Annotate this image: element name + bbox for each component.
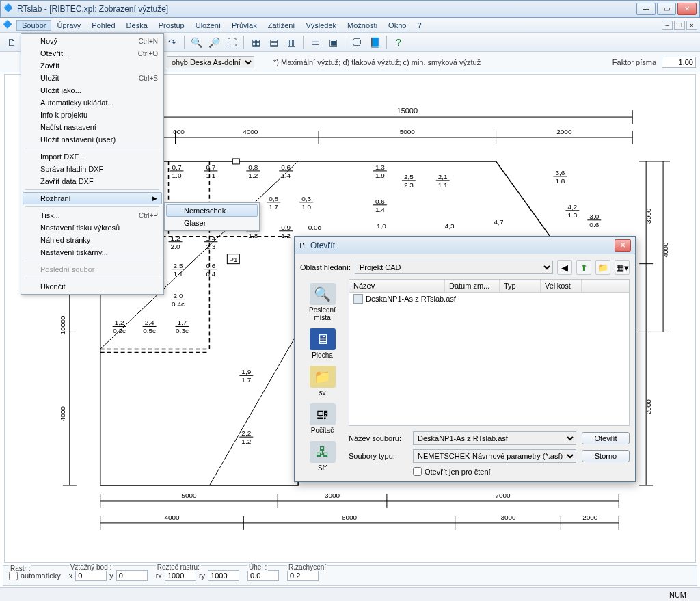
svg-text:0.2c: 0.2c bbox=[113, 327, 126, 334]
dialog-close-button[interactable]: ✕ bbox=[615, 239, 631, 252]
menu-printer-settings[interactable]: Nastavení tiskárny... bbox=[23, 246, 162, 258]
col-date[interactable]: Datum zm... bbox=[445, 280, 500, 292]
menu-pruvlak[interactable]: Průvlak bbox=[226, 20, 262, 31]
menu-close[interactable]: Zavřít bbox=[23, 59, 162, 72]
svg-text:1.1: 1.1 bbox=[206, 172, 215, 179]
menu-help[interactable]: ? bbox=[412, 20, 427, 31]
display-select[interactable]: ohyb Deska As-dolní bbox=[167, 56, 254, 68]
menu-vysledek[interactable]: Výsledek bbox=[300, 20, 342, 31]
ry-input[interactable] bbox=[208, 570, 239, 581]
menu-pohled[interactable]: Pohled bbox=[86, 20, 120, 31]
svg-text:000: 000 bbox=[173, 128, 185, 135]
menu-dxf-layers[interactable]: Správa hladin DXF bbox=[23, 163, 162, 175]
menu-project-info[interactable]: Info k projektu bbox=[23, 109, 162, 121]
svg-text:4000: 4000 bbox=[662, 242, 669, 258]
menu-saveas[interactable]: Uložit jako... bbox=[23, 84, 162, 96]
tb-grid3-icon[interactable]: ▥ bbox=[284, 35, 299, 50]
uhel-input[interactable] bbox=[247, 570, 279, 581]
tb-grid-icon[interactable]: ▦ bbox=[248, 35, 263, 50]
tb-zoom-out-icon[interactable]: 🔎 bbox=[206, 35, 221, 50]
menu-upravy[interactable]: Úpravy bbox=[51, 20, 86, 31]
menu-deska[interactable]: Deska bbox=[121, 20, 153, 31]
menu-print-settings[interactable]: Nastavení tisku výkresů bbox=[23, 222, 162, 234]
svg-text:0.6: 0.6 bbox=[589, 221, 599, 228]
tb-calc-icon[interactable]: ▣ bbox=[325, 35, 340, 50]
tb-redo-icon[interactable]: ↷ bbox=[165, 35, 180, 50]
menu-prostup[interactable]: Prostup bbox=[153, 20, 190, 31]
minimize-button[interactable]: — bbox=[636, 3, 656, 15]
submenu-glaser[interactable]: Glaser bbox=[166, 217, 258, 229]
tb-book-icon[interactable]: 📘 bbox=[367, 35, 382, 50]
place-recent[interactable]: 🔍Poslední místa bbox=[300, 283, 345, 321]
svg-text:2000: 2000 bbox=[556, 128, 572, 135]
tb-help-icon[interactable]: ? bbox=[391, 35, 406, 50]
up-button[interactable]: ⬆ bbox=[576, 260, 591, 275]
tb-grid2-icon[interactable]: ▤ bbox=[266, 35, 281, 50]
file-list[interactable]: Název Datum zm... Typ Velikost DeskaNP1-… bbox=[349, 279, 630, 426]
file-row[interactable]: DeskaNP1-As z RTslab.asf bbox=[349, 293, 629, 305]
menu-save-settings[interactable]: Uložit nastavení (user) bbox=[23, 133, 162, 146]
tb-layer-icon[interactable]: ▭ bbox=[308, 35, 323, 50]
svg-text:7000: 7000 bbox=[495, 492, 511, 499]
open-button[interactable]: Otevřít bbox=[582, 432, 630, 444]
filename-combo[interactable]: DeskaNP1-As z RTslab.asf bbox=[413, 431, 576, 445]
menu-exit[interactable]: Ukončit bbox=[23, 280, 162, 293]
menu-autosave[interactable]: Automaticky ukládat... bbox=[23, 96, 162, 109]
tb-new-icon[interactable]: 🗋 bbox=[4, 35, 19, 50]
auto-checkbox[interactable] bbox=[9, 572, 18, 580]
menu-load-settings[interactable]: Načíst nastavení bbox=[23, 121, 162, 133]
menu-ulozeni[interactable]: Uložení bbox=[190, 20, 226, 31]
col-name[interactable]: Název bbox=[349, 280, 445, 292]
rx-input[interactable] bbox=[165, 570, 196, 581]
place-desktop[interactable]: 🖥Plocha bbox=[310, 328, 336, 359]
x-input[interactable] bbox=[75, 570, 107, 581]
faktor-input[interactable] bbox=[662, 57, 696, 68]
menu-bar: 🔷 Soubor Úpravy Pohled Deska Prostup Ulo… bbox=[0, 18, 700, 33]
cancel-button[interactable]: Storno bbox=[582, 450, 630, 462]
rzach-input[interactable] bbox=[287, 570, 319, 581]
view-menu-button[interactable]: ▦▾ bbox=[615, 260, 630, 275]
svg-text:0.4: 0.4 bbox=[206, 270, 215, 278]
y-input[interactable] bbox=[116, 570, 148, 581]
file-icon bbox=[353, 294, 363, 304]
submenu-nemetschek[interactable]: Nemetschek bbox=[166, 204, 258, 217]
place-computer[interactable]: 🖳Počítač bbox=[310, 403, 336, 434]
col-size[interactable]: Velikost bbox=[541, 280, 582, 292]
menu-print[interactable]: Tisk...Ctrl+P bbox=[23, 209, 162, 222]
menu-close-dxf[interactable]: Zavřít data DXF bbox=[23, 175, 162, 187]
menu-zatizeni[interactable]: Zatížení bbox=[262, 20, 301, 31]
tb-display-icon[interactable]: 🖵 bbox=[349, 35, 364, 50]
mdi-restore[interactable]: ❐ bbox=[674, 21, 685, 30]
svg-text:2,0: 2,0 bbox=[174, 292, 183, 299]
svg-text:2.3: 2.3 bbox=[206, 243, 215, 250]
tb-zoom-fit-icon[interactable]: ⛶ bbox=[224, 35, 239, 50]
place-sv[interactable]: 📁sv bbox=[310, 366, 336, 397]
mdi-minimize[interactable]: – bbox=[662, 21, 673, 30]
new-folder-button[interactable]: 📁 bbox=[595, 260, 610, 275]
readonly-checkbox[interactable] bbox=[413, 467, 422, 476]
title-bar: 🔷 RTslab - [RIBTEC.xpl: Zobrazení výztuž… bbox=[0, 0, 700, 18]
maximize-button[interactable]: ▭ bbox=[657, 3, 676, 15]
menu-open[interactable]: Otevřít...Ctrl+O bbox=[23, 47, 162, 59]
place-network[interactable]: 🖧Síť bbox=[310, 441, 336, 472]
menu-new[interactable]: NovýCtrl+N bbox=[23, 35, 162, 47]
svg-text:3,6: 3,6 bbox=[555, 169, 565, 176]
bottom-bar: Rastr : automaticky Vztažný bod : x y Ro… bbox=[3, 565, 697, 586]
menu-preview[interactable]: Náhled stránky bbox=[23, 234, 162, 246]
menu-save[interactable]: UložitCtrl+S bbox=[23, 72, 162, 84]
look-in-select[interactable]: Projekt CAD bbox=[355, 261, 553, 274]
menu-soubor[interactable]: Soubor bbox=[16, 20, 51, 31]
menu-import-dxf[interactable]: Import DXF... bbox=[23, 150, 162, 163]
mdi-close[interactable]: × bbox=[686, 21, 697, 30]
menu-okno[interactable]: Okno bbox=[383, 20, 412, 31]
svg-text:1.2: 1.2 bbox=[281, 232, 291, 239]
tb-zoom-in-icon[interactable]: 🔍 bbox=[189, 35, 204, 50]
menu-moznosti[interactable]: Možnosti bbox=[342, 20, 383, 31]
document-icon: 🗋 bbox=[299, 241, 306, 250]
menu-rozhrani[interactable]: Rozhraní▶ bbox=[23, 192, 162, 204]
app-icon-small: 🔷 bbox=[3, 20, 14, 31]
col-type[interactable]: Typ bbox=[500, 280, 541, 292]
back-button[interactable]: ◀ bbox=[557, 260, 572, 275]
close-button[interactable]: ✕ bbox=[677, 3, 697, 15]
filetype-combo[interactable]: NEMETSCHEK-Návrhové parametry (*.asf) bbox=[413, 449, 576, 463]
